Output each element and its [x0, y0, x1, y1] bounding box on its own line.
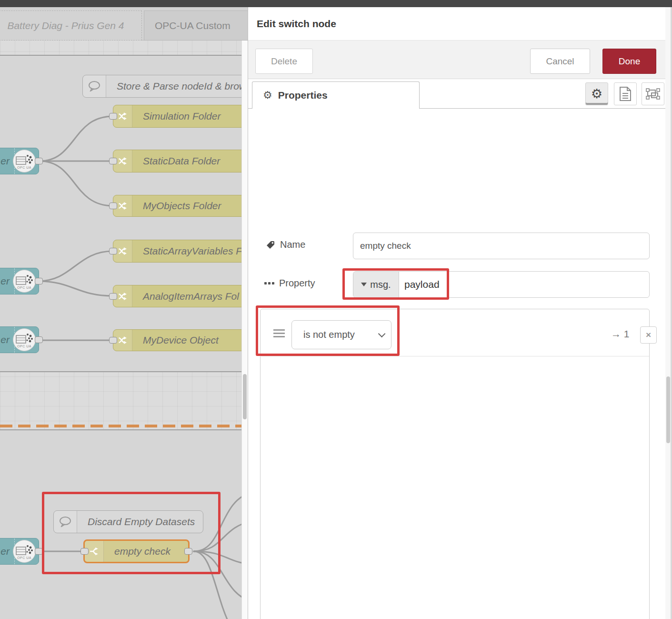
comment-label: Store & Parse nodeId & brow: [106, 81, 246, 92]
annotation-box-rule: [256, 305, 400, 356]
ellipsis-icon: [264, 282, 274, 284]
dialog-title: Edit switch node: [257, 18, 336, 30]
edit-tray: Edit switch node Delete Cancel Done ⚙ Pr…: [248, 7, 672, 619]
flow-canvas[interactable]: Store & Parse nodeId & brow Simulation F…: [0, 7, 248, 619]
node-label: MyObjects Folder: [132, 200, 221, 212]
switch-node-staticarrayvariables[interactable]: StaticArrayVariables F: [113, 240, 248, 263]
wire[interactable]: [40, 116, 113, 161]
browser-chrome-bar: [0, 0, 672, 7]
wire[interactable]: [40, 161, 113, 206]
comment-node-store-parse[interactable]: Store & Parse nodeId & brow: [82, 75, 248, 98]
workspace-tab-battery-diag[interactable]: Battery Diag - Prius Gen 4: [0, 10, 142, 41]
rule-separator: [261, 356, 649, 356]
properties-view-button[interactable]: ⚙: [585, 82, 608, 105]
workspace-tab-opcua-custom[interactable]: OPC-UA Custom: [144, 10, 248, 41]
rule-output-label: → 1: [611, 328, 630, 340]
switch-node-simulation-folder[interactable]: Simulation Folder: [113, 105, 248, 128]
switch-node-staticdata-folder[interactable]: StaticData Folder: [113, 150, 248, 173]
switch-node-analogitemarrays[interactable]: AnalogItemArrays Fol: [113, 285, 248, 307]
tab-properties[interactable]: ⚙ Properties: [252, 81, 420, 109]
node-output-port[interactable]: [35, 158, 43, 164]
comment-bubble-icon: [83, 75, 106, 97]
done-button[interactable]: Done: [602, 49, 656, 74]
properties-form: Name Property msg. payload is not empty …: [248, 109, 672, 619]
tray-header: Edit switch node: [248, 7, 672, 41]
wire[interactable]: [38, 251, 113, 281]
opcua-browser-node[interactable]: er OPC UA: [0, 326, 39, 353]
annotation-box-property: [342, 268, 449, 300]
opcua-logo-icon: OPC UA: [13, 150, 36, 173]
annotation-box-empty-check-group: [42, 492, 221, 574]
canvas-vertical-scrollbar[interactable]: [241, 7, 248, 619]
tray-vertical-scrollbar[interactable]: [665, 7, 671, 619]
node-label: AnalogItemArrays Fol: [132, 291, 239, 302]
opcua-logo-icon: OPC UA: [13, 270, 36, 293]
tray-toolbar: Delete Cancel Done: [248, 41, 672, 79]
gear-icon: ⚙: [263, 89, 272, 101]
editor-tabrow: ⚙ Properties ⚙: [248, 79, 672, 109]
opcua-browser-node[interactable]: er OPC UA: [0, 538, 39, 565]
tag-icon: [266, 240, 275, 250]
node-output-port[interactable]: [35, 278, 43, 284]
name-input[interactable]: [353, 233, 650, 259]
opcua-logo-icon: OPC UA: [13, 540, 36, 563]
node-input-port[interactable]: [109, 203, 117, 209]
selection-group-icon: [646, 87, 660, 101]
opcua-browser-node[interactable]: er OPC UA: [0, 148, 39, 174]
document-icon: [619, 87, 632, 101]
rule-remove-button[interactable]: ×: [640, 326, 657, 344]
node-label: MyDevice Object: [132, 335, 219, 346]
workspace-tabbar: Battery Diag - Prius Gen 4 OPC-UA Custom: [0, 7, 248, 41]
scrollbar-thumb[interactable]: [243, 374, 247, 419]
opcua-logo-icon: OPC UA: [13, 328, 36, 351]
node-input-port[interactable]: [109, 158, 117, 164]
switch-node-myobjects-folder[interactable]: MyObjects Folder: [113, 195, 248, 217]
switch-node-mydevice-object[interactable]: MyDevice Object: [113, 329, 248, 351]
delete-button[interactable]: Delete: [255, 49, 313, 74]
node-label: Simulation Folder: [132, 111, 221, 122]
node-input-port[interactable]: [109, 113, 117, 120]
node-input-port[interactable]: [109, 293, 117, 300]
scrollbar-thumb[interactable]: [666, 376, 670, 443]
node-output-port[interactable]: [35, 336, 43, 343]
gear-icon: ⚙: [591, 86, 602, 101]
node-label: StaticArrayVariables F: [132, 245, 242, 257]
cancel-button[interactable]: Cancel: [530, 49, 590, 74]
node-label: StaticData Folder: [132, 155, 220, 167]
node-input-port[interactable]: [109, 337, 117, 344]
wire[interactable]: [38, 281, 113, 296]
property-field-label: Property: [264, 278, 315, 289]
appearance-view-button[interactable]: [642, 82, 664, 105]
description-view-button[interactable]: [614, 82, 637, 105]
name-field-label: Name: [266, 239, 305, 250]
node-input-port[interactable]: [109, 248, 117, 254]
opcua-browser-node[interactable]: er OPC UA: [0, 268, 39, 294]
